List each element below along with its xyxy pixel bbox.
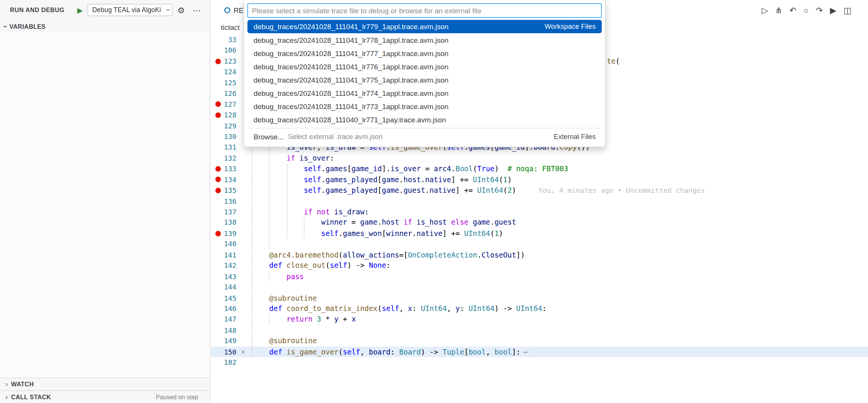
quick-pick-item[interactable]: debug_traces/20241028_111041_lr773_1appl… [247,100,602,113]
code-line[interactable]: 182 [211,357,868,368]
watch-section-header[interactable]: › WATCH [0,378,209,391]
start-debug-button[interactable]: ▶ [77,6,83,14]
breakpoint-dot[interactable] [215,112,221,118]
code-text[interactable]: @subroutine [252,293,868,303]
run-icon[interactable]: ▶ [830,6,837,14]
breakpoint-dot[interactable] [215,102,221,107]
code-line[interactable]: 132if is_over: [211,153,868,163]
quick-pick-item[interactable]: debug_traces/20241028_111041_lr777_1appl… [247,47,602,60]
step-back-icon[interactable]: ↶ [790,6,796,14]
gutter[interactable]: 148 [211,325,252,336]
quick-pick-item[interactable]: debug_traces/20241028_111041_lr776_1appl… [247,60,602,73]
line-number[interactable]: 148 [224,325,252,336]
more-actions-icon[interactable]: ⋯ [193,6,201,14]
quick-pick-item[interactable]: debug_traces/20241028_111041_lr775_1appl… [247,73,602,86]
breakpoint-dot[interactable] [215,177,221,183]
line-number[interactable]: 137 [224,206,252,217]
gutter[interactable]: 139 [211,228,252,239]
breakpoint-dot[interactable] [215,58,221,64]
code-text[interactable]: def is_game_over(self, board: Board) -> … [252,347,868,357]
line-number[interactable]: 150 [224,347,252,357]
reverse-continue-icon[interactable]: ○ [804,6,809,14]
code-line[interactable]: 143pass [211,271,868,282]
line-number[interactable]: 146 [224,303,252,314]
quick-pick-input[interactable] [247,3,602,18]
split-editor-icon[interactable]: ◫ [843,6,851,14]
code-line[interactable]: 148 [211,325,868,336]
line-number[interactable]: 138 [224,217,252,228]
gutter[interactable]: 137 [211,206,252,217]
code-text[interactable]: self.games_played[game.host.native] += U… [252,174,868,185]
code-text[interactable]: if is_over: [252,153,868,163]
code-text[interactable]: @subroutine [252,336,868,346]
code-text[interactable]: self.games[game_id].is_over = arc4.Bool(… [252,164,868,174]
gear-icon[interactable]: ⚙ [178,6,185,14]
code-line[interactable]: 137if not is_draw: [211,206,868,217]
code-text[interactable] [252,357,868,368]
folded-code-ellipsis[interactable]: ⋯ [523,348,528,356]
code-text[interactable] [252,282,868,292]
debug-branch-icon[interactable]: ⋔ [775,6,782,14]
quick-pick-item[interactable]: debug_traces/20241028_111040_lr771_1pay.… [247,113,602,126]
breakpoint-dot[interactable] [215,231,221,236]
gutter[interactable]: 135 [211,185,252,195]
variables-section-header[interactable]: › VARIABLES [0,20,210,33]
code-line[interactable]: 145@subroutine [211,293,868,303]
line-number[interactable]: 145 [224,293,252,303]
line-number[interactable]: 140 [224,239,252,249]
line-number[interactable]: 133 [224,164,252,174]
call-stack-section-header[interactable]: › CALL STACK Paused on step [0,391,209,403]
gutter[interactable]: 145 [211,293,252,303]
gutter[interactable]: 138 [211,217,252,228]
gutter[interactable]: 141 [211,250,252,260]
breakpoint-dot[interactable] [215,187,221,193]
debug-config-dropdown[interactable]: Debug TEAL via AlgoKi › [87,4,172,16]
code-line[interactable]: 136 [211,196,868,206]
code-text[interactable] [252,196,868,206]
code-text[interactable]: winner = game.host if is_host else game.… [252,217,868,228]
quick-pick-item[interactable]: debug_traces/20241028_111041_lr774_1appl… [247,86,602,100]
gutter[interactable]: 142 [211,260,252,271]
line-number[interactable]: 134 [224,174,252,185]
line-number[interactable]: 144 [224,282,252,292]
gutter[interactable]: 182 [211,357,252,368]
code-text[interactable]: def close_out(self) -> None: [252,260,868,271]
gutter[interactable]: 143 [211,271,252,282]
gutter[interactable]: 140 [211,239,252,249]
code-line[interactable]: 133self.games[game_id].is_over = arc4.Bo… [211,164,868,174]
code-line[interactable]: 140 [211,239,868,249]
code-line[interactable]: 139self.games_won[winner.native] += UInt… [211,228,868,239]
code-line[interactable]: 144 [211,282,868,292]
code-text[interactable]: self.games_played[game.guest.native] += … [252,185,868,195]
code-text[interactable]: @arc4.baremethod(allow_actions=[OnComple… [252,250,868,260]
gutter[interactable]: 133 [211,164,252,174]
line-number[interactable]: 136 [224,196,252,206]
line-number[interactable]: 139 [224,228,252,239]
breakpoint-dot[interactable] [215,166,221,172]
gutter[interactable]: 134 [211,174,252,185]
gutter[interactable]: 132 [211,153,252,163]
code-line[interactable]: 142def close_out(self) -> None: [211,260,868,271]
code-text[interactable]: if not is_draw: [252,206,868,217]
line-number[interactable]: 182 [224,357,252,368]
gutter[interactable]: 146 [211,303,252,314]
code-text[interactable]: self.games_won[winner.native] += UInt64(… [252,228,868,239]
gutter[interactable]: 136 [211,196,252,206]
step-over-icon[interactable]: ↷ [816,6,823,14]
line-number[interactable]: 141 [224,250,252,260]
code-line[interactable]: 135self.games_played[game.guest.native] … [211,185,868,195]
code-line[interactable]: 146def coord_to_matrix_index(self, x: UI… [211,303,868,314]
browse-row[interactable]: Browse... Select external .trace.avm.jso… [247,130,602,144]
gutter[interactable]: 147 [211,314,252,325]
line-number[interactable]: 142 [224,260,252,271]
code-text[interactable]: pass [252,271,868,282]
gutter[interactable]: 150› [211,347,252,357]
gutter[interactable]: 144 [211,282,252,292]
code-text[interactable] [252,239,868,249]
code-text[interactable]: def coord_to_matrix_index(self, x: UInt6… [252,303,868,314]
code-text[interactable]: return 3 * y + x [252,314,868,325]
line-number[interactable]: 135 [224,185,252,195]
code-line[interactable]: 149@subroutine [211,336,868,346]
quick-pick-item[interactable]: debug_traces/20241028_111041_lr778_1appl… [247,33,602,47]
code-line[interactable]: 141@arc4.baremethod(allow_actions=[OnCom… [211,250,868,260]
